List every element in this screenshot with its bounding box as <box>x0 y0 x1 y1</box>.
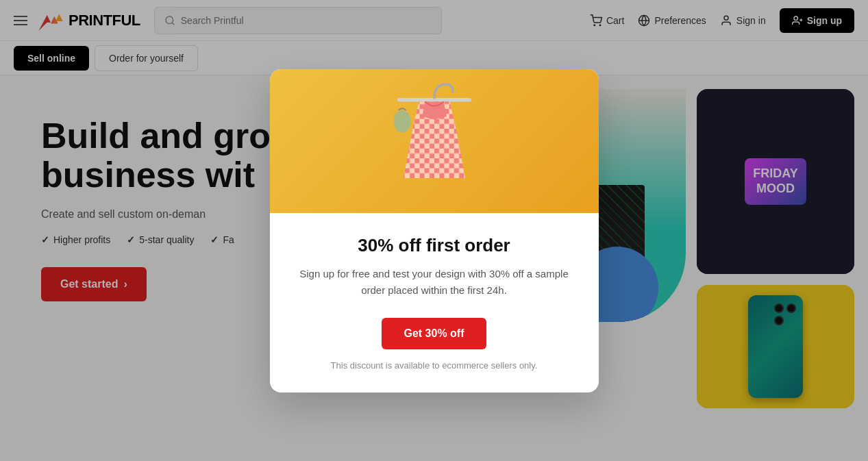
modal-image <box>270 69 599 213</box>
get-discount-button[interactable]: Get 30% off <box>382 318 486 349</box>
svg-point-16 <box>393 110 410 132</box>
modal-title: 30% off first order <box>297 235 571 256</box>
modal-disclaimer: This discount is available to ecommerce … <box>297 360 571 371</box>
dress-illustration <box>380 79 489 203</box>
modal-description: Sign up for free and test your design wi… <box>297 266 571 299</box>
promo-modal: × <box>270 69 599 393</box>
modal-overlay[interactable]: × <box>0 0 868 461</box>
modal-body: 30% off first order Sign up for free and… <box>270 213 599 393</box>
